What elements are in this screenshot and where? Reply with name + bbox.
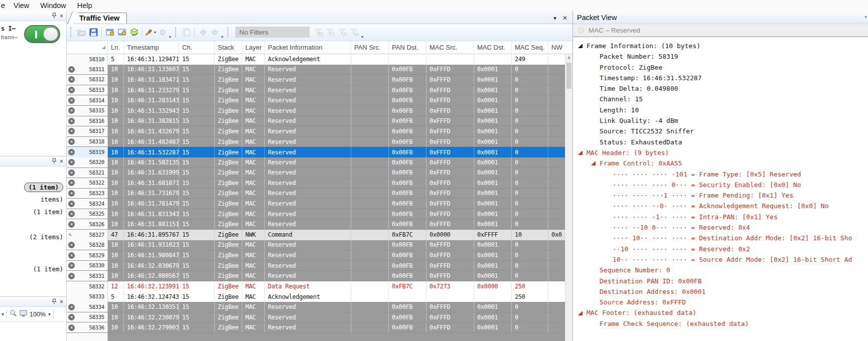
- column-header-ch[interactable]: Ch.: [179, 41, 215, 54]
- tree-item-fragment[interactable]: (2 items): [29, 233, 63, 241]
- toolbar-overflow-icon[interactable]: ▾: [169, 35, 171, 39]
- tree-line[interactable]: Link Quality: -4 dBm: [573, 115, 868, 126]
- column-header-layer[interactable]: Layer: [242, 41, 265, 54]
- tree-item-fragment[interactable]: items): [41, 196, 63, 203]
- tree-line[interactable]: Protocol: ZigBee: [573, 62, 868, 73]
- toolbar-grip[interactable]: [175, 27, 178, 37]
- table-row[interactable]: ✕583111016:46:31.13360715ZigBeeMACReserv…: [67, 65, 572, 75]
- table-row[interactable]: ✕583361016:46:32.27990315ZigBeeMACReserv…: [67, 322, 572, 333]
- table-row[interactable]: ✕583281016:46:31.93102315ZigBeeMACReserv…: [67, 240, 572, 251]
- panel-menu-icon[interactable]: ▾: [864, 14, 867, 20]
- close-icon[interactable]: ×: [60, 158, 63, 164]
- close-icon[interactable]: ×: [60, 299, 63, 305]
- table-header-gutter[interactable]: [67, 41, 108, 54]
- scroll-up-icon[interactable]: ∧: [565, 54, 572, 62]
- menu-item-view[interactable]: View: [8, 2, 35, 10]
- table-row[interactable]: ✕583251016:46:31.83134315ZigBeeMACReserv…: [67, 209, 572, 220]
- tree-line[interactable]: ···· 10·· ···· ···· = Destination Addr M…: [573, 233, 868, 243]
- column-header-nw[interactable]: NW: [548, 41, 572, 54]
- toggle-knob[interactable]: [43, 27, 58, 41]
- close-icon[interactable]: ×: [60, 13, 63, 19]
- magnifier-icon[interactable]: [10, 309, 17, 319]
- tree-line[interactable]: Timestamp: 16:46:31.532287: [573, 73, 868, 83]
- column-header-mac-src[interactable]: MAC Src.: [426, 41, 474, 54]
- column-header-pan-dst[interactable]: PAN Dst.: [389, 41, 426, 54]
- table-row[interactable]: 58310516:46:31.12947115ZigBeeMACAcknowle…: [67, 54, 572, 65]
- close-icon[interactable]: ✕: [562, 15, 567, 22]
- table-row[interactable]: 583321216:46:32.12399115ZigBeeMACData Re…: [67, 281, 572, 292]
- tree-line[interactable]: Frame Check Sequence: (exhausted data): [573, 318, 868, 329]
- column-header-mac-dst[interactable]: MAC Dst.: [474, 41, 512, 54]
- tree-expanded-icon[interactable]: [578, 150, 583, 155]
- chevron-down-icon[interactable]: ▾: [2, 311, 4, 317]
- column-header-packet-information[interactable]: Packet Information: [265, 41, 351, 54]
- table-row[interactable]: ✕583221016:46:31.68187115ZigBeeMACReserv…: [67, 178, 572, 189]
- enable-toggle[interactable]: [24, 25, 60, 43]
- table-row[interactable]: ✕583341016:46:32.13035115ZigBeeMACReserv…: [67, 302, 572, 312]
- menu-item-help[interactable]: Help: [72, 2, 98, 10]
- table-row[interactable]: ✕583131016:46:31.23327915ZigBeeMACReserv…: [67, 85, 572, 96]
- capture-panel-icon[interactable]: [116, 26, 128, 38]
- menu-item-window[interactable]: Window: [35, 2, 72, 10]
- table-row[interactable]: ✕583161016:46:31.38281515ZigBeeMACReserv…: [67, 116, 572, 127]
- table-row[interactable]: ✎583274716:46:31.89576715ZigBeeNWKComman…: [67, 230, 572, 240]
- tree-line[interactable]: Channel: 15: [573, 94, 868, 104]
- tree-expanded-icon[interactable]: [578, 44, 583, 48]
- tree-line[interactable]: ···· ···· ···1 ···· = Frame Pending: [0x…: [573, 190, 868, 201]
- table-row[interactable]: ✕583231016:46:31.73167915ZigBeeMACReserv…: [67, 189, 572, 199]
- tree-line[interactable]: 10·· ···· ···· ···· = Source Addr Mode: …: [573, 254, 868, 265]
- scrollbar-thumb[interactable]: [566, 63, 571, 89]
- table-row[interactable]: ✕583151016:46:31.33294315ZigBeeMACReserv…: [67, 106, 572, 116]
- tree-line[interactable]: Time Delta: 0.049800: [573, 83, 868, 94]
- column-header-mac-seq[interactable]: MAC Seq.: [512, 41, 548, 54]
- pin-icon[interactable]: [52, 13, 57, 20]
- table-row[interactable]: ✕583181016:46:31.48248715ZigBeeMACReserv…: [67, 137, 572, 147]
- tree-item-fragment[interactable]: (1 item): [33, 208, 63, 216]
- tree-line[interactable]: Frame Control: 0xAA55: [573, 158, 868, 168]
- tree-line[interactable]: Status: ExhaustedData: [573, 137, 868, 147]
- tree-line[interactable]: MAC Header: (9 bytes): [573, 147, 868, 158]
- table-row[interactable]: ✕583301016:46:32.03067915ZigBeeMACReserv…: [67, 261, 572, 271]
- menu-item-e[interactable]: e: [0, 2, 8, 10]
- table-row[interactable]: ✕583351016:46:32.23007915ZigBeeMACReserv…: [67, 312, 572, 323]
- toolbar-overflow-icon[interactable]: ▾: [221, 35, 223, 39]
- column-header-timestamp[interactable]: Timestamp: [124, 41, 179, 54]
- column-header-stack[interactable]: Stack: [215, 41, 242, 54]
- tree-line[interactable]: ···· ···· ···· 0··· = Security Enabled: …: [573, 180, 868, 190]
- toolbar-grip[interactable]: [70, 27, 73, 37]
- save-icon[interactable]: [87, 26, 99, 38]
- screen-icon[interactable]: [20, 309, 27, 319]
- table-row[interactable]: 58333516:46:32.12474315ZigBeeMACAcknowle…: [67, 292, 572, 302]
- chevron-down-icon[interactable]: ▾: [48, 311, 51, 317]
- tree-item-fragment[interactable]: (1 item): [24, 183, 63, 192]
- tree-line[interactable]: Frame Information: (10 bytes): [573, 41, 868, 51]
- tab-list-dropdown-icon[interactable]: ▾: [553, 15, 556, 22]
- column-header-ln[interactable]: Ln.: [108, 41, 124, 54]
- table-row[interactable]: ✕583241016:46:31.78147915ZigBeeMACReserv…: [67, 199, 572, 209]
- table-row[interactable]: ✕583261016:46:31.88115115ZigBeeMACReserv…: [67, 219, 572, 230]
- tree-line[interactable]: Length: 10: [573, 105, 868, 115]
- tree-line[interactable]: Source: TICC2532 Sniffer: [573, 126, 868, 136]
- tree-line[interactable]: Source Address: 0xFFFD: [573, 297, 868, 307]
- clear-brush-icon[interactable]: ▾: [144, 26, 157, 38]
- tree-line[interactable]: ··10 ···· ···· ···· = Reserved: 0x2: [573, 244, 868, 254]
- tree-expanded-icon[interactable]: [578, 311, 583, 315]
- device-panel-icon[interactable]: [104, 26, 116, 38]
- table-row[interactable]: ✕583191016:46:31.53228715ZigBeeMACReserv…: [67, 147, 572, 157]
- table-row[interactable]: ✕583141016:46:31.28314315ZigBeeMACReserv…: [67, 95, 572, 106]
- tab-traffic-view[interactable]: Traffic View: [74, 13, 127, 24]
- tree-line[interactable]: Packet Number: 58319: [573, 51, 868, 62]
- table-row[interactable]: ✕583121016:46:31.18347115ZigBeeMACReserv…: [67, 75, 572, 85]
- table-row[interactable]: ✕583201016:46:31.58213515ZigBeeMACReserv…: [67, 157, 572, 168]
- pin-icon[interactable]: [52, 298, 57, 305]
- tree-line[interactable]: Destination Address: 0x0001: [573, 286, 868, 297]
- tree-line[interactable]: ···· ···· ·1·· ···· = Intra-PAN: [0x1] Y…: [573, 212, 868, 222]
- restart-capture-icon[interactable]: [128, 26, 140, 38]
- tree-line[interactable]: ···· ··10 0··· ···· = Reserved: 0x4: [573, 222, 868, 233]
- tree-line[interactable]: ···· ···· ···· ·101 = Frame Type: [0x5] …: [573, 169, 868, 180]
- tree-line[interactable]: ···· ···· ··0· ···· = Acknowledgement Re…: [573, 201, 868, 211]
- toolbar-overflow-icon[interactable]: ▾: [361, 35, 363, 39]
- tree-line[interactable]: Sequence Number: 0: [573, 265, 868, 275]
- table-row[interactable]: ✕583211016:46:31.63199915ZigBeeMACReserv…: [67, 168, 572, 179]
- tree-item-fragment[interactable]: (1 item): [33, 265, 63, 273]
